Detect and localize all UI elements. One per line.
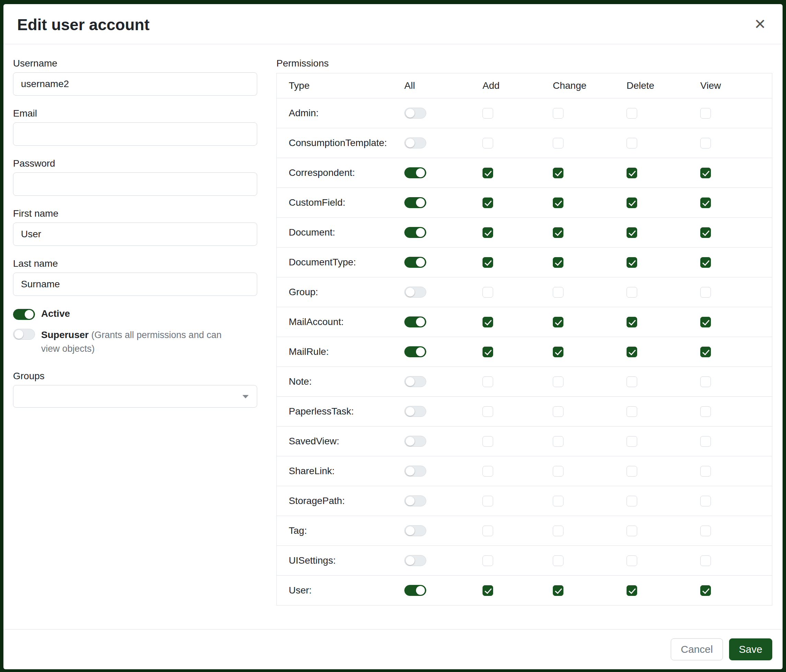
permission-add-checkbox[interactable]: [483, 526, 493, 536]
permission-delete-checkbox[interactable]: [627, 257, 637, 268]
permission-add-checkbox[interactable]: [483, 406, 493, 417]
permission-view-checkbox[interactable]: [700, 496, 711, 506]
permission-change-checkbox[interactable]: [553, 347, 563, 357]
permission-view-checkbox[interactable]: [700, 406, 711, 417]
permission-all-toggle[interactable]: [404, 287, 426, 298]
permission-add-checkbox[interactable]: [483, 168, 493, 178]
permission-add-checkbox[interactable]: [483, 108, 493, 119]
permission-change-checkbox[interactable]: [553, 466, 563, 477]
permission-delete-checkbox[interactable]: [627, 138, 637, 148]
permission-all-toggle[interactable]: [404, 227, 426, 238]
permission-view-checkbox[interactable]: [700, 257, 711, 268]
permission-view-cell: [700, 556, 772, 566]
permission-all-toggle[interactable]: [404, 555, 426, 566]
permission-change-checkbox[interactable]: [553, 317, 563, 327]
permission-change-checkbox[interactable]: [553, 168, 563, 178]
permission-all-toggle[interactable]: [404, 257, 426, 268]
permission-change-cell: [553, 287, 627, 298]
permission-delete-checkbox[interactable]: [627, 526, 637, 536]
permission-change-checkbox[interactable]: [553, 227, 563, 238]
permission-delete-checkbox[interactable]: [627, 227, 637, 238]
permission-delete-checkbox[interactable]: [627, 496, 637, 506]
permission-all-toggle[interactable]: [404, 346, 426, 357]
permission-add-checkbox[interactable]: [483, 317, 493, 327]
permission-delete-cell: [627, 436, 700, 447]
permission-delete-checkbox[interactable]: [627, 585, 637, 596]
permission-delete-checkbox[interactable]: [627, 406, 637, 417]
permission-all-toggle[interactable]: [404, 108, 426, 119]
permission-view-checkbox[interactable]: [700, 466, 711, 477]
permission-change-checkbox[interactable]: [553, 436, 563, 447]
permission-delete-checkbox[interactable]: [627, 198, 637, 208]
permission-add-checkbox[interactable]: [483, 138, 493, 148]
permission-all-toggle[interactable]: [404, 138, 426, 148]
permission-add-checkbox[interactable]: [483, 496, 493, 506]
permission-view-checkbox[interactable]: [700, 317, 711, 327]
active-toggle[interactable]: [13, 309, 35, 320]
permission-view-checkbox[interactable]: [700, 585, 711, 596]
close-icon[interactable]: ✕: [751, 15, 769, 34]
permission-view-checkbox[interactable]: [700, 347, 711, 357]
permission-all-toggle[interactable]: [404, 585, 426, 596]
permission-all-toggle[interactable]: [404, 197, 426, 208]
permission-add-checkbox[interactable]: [483, 257, 493, 268]
permission-add-checkbox[interactable]: [483, 198, 493, 208]
permission-all-toggle[interactable]: [404, 466, 426, 477]
permission-all-toggle[interactable]: [404, 525, 426, 536]
permission-view-checkbox[interactable]: [700, 138, 711, 148]
permission-view-checkbox[interactable]: [700, 377, 711, 387]
last-name-field[interactable]: [13, 273, 257, 296]
permission-change-checkbox[interactable]: [553, 526, 563, 536]
permission-change-checkbox[interactable]: [553, 496, 563, 506]
permission-change-checkbox[interactable]: [553, 556, 563, 566]
cancel-button[interactable]: Cancel: [671, 638, 723, 660]
permission-add-checkbox[interactable]: [483, 287, 493, 298]
permission-view-checkbox[interactable]: [700, 436, 711, 447]
permission-delete-checkbox[interactable]: [627, 377, 637, 387]
username-input[interactable]: [13, 72, 257, 96]
permission-all-toggle[interactable]: [404, 167, 426, 178]
permission-change-checkbox[interactable]: [553, 585, 563, 596]
email-field[interactable]: [13, 122, 257, 146]
permission-change-checkbox[interactable]: [553, 287, 563, 298]
permission-all-toggle[interactable]: [404, 436, 426, 447]
permission-add-checkbox[interactable]: [483, 436, 493, 447]
permission-delete-checkbox[interactable]: [627, 108, 637, 119]
permission-change-checkbox[interactable]: [553, 198, 563, 208]
permission-change-checkbox[interactable]: [553, 138, 563, 148]
permission-view-checkbox[interactable]: [700, 168, 711, 178]
save-button[interactable]: Save: [729, 638, 772, 660]
permission-delete-checkbox[interactable]: [627, 317, 637, 327]
permission-delete-checkbox[interactable]: [627, 287, 637, 298]
permission-all-toggle[interactable]: [404, 406, 426, 417]
permission-view-checkbox[interactable]: [700, 556, 711, 566]
permission-view-checkbox[interactable]: [700, 198, 711, 208]
permission-delete-checkbox[interactable]: [627, 347, 637, 357]
permission-add-checkbox[interactable]: [483, 227, 493, 238]
permission-add-checkbox[interactable]: [483, 556, 493, 566]
permission-view-checkbox[interactable]: [700, 227, 711, 238]
groups-select[interactable]: [13, 385, 257, 408]
permission-change-checkbox[interactable]: [553, 257, 563, 268]
permission-delete-checkbox[interactable]: [627, 466, 637, 477]
permission-delete-checkbox[interactable]: [627, 436, 637, 447]
permission-all-toggle[interactable]: [404, 495, 426, 506]
permission-view-cell: [700, 377, 772, 387]
permission-delete-checkbox[interactable]: [627, 556, 637, 566]
permission-view-checkbox[interactable]: [700, 526, 711, 536]
permission-add-checkbox[interactable]: [483, 585, 493, 596]
permission-change-checkbox[interactable]: [553, 108, 563, 119]
permission-add-checkbox[interactable]: [483, 466, 493, 477]
superuser-toggle[interactable]: [13, 329, 35, 340]
permission-all-toggle[interactable]: [404, 376, 426, 387]
password-field[interactable]: [13, 173, 257, 196]
permission-add-checkbox[interactable]: [483, 377, 493, 387]
permission-all-toggle[interactable]: [404, 316, 426, 327]
permission-delete-checkbox[interactable]: [627, 168, 637, 178]
permission-change-checkbox[interactable]: [553, 406, 563, 417]
permission-view-checkbox[interactable]: [700, 287, 711, 298]
first-name-field[interactable]: [13, 223, 257, 246]
permission-view-checkbox[interactable]: [700, 108, 711, 119]
permission-add-checkbox[interactable]: [483, 347, 493, 357]
permission-change-checkbox[interactable]: [553, 377, 563, 387]
